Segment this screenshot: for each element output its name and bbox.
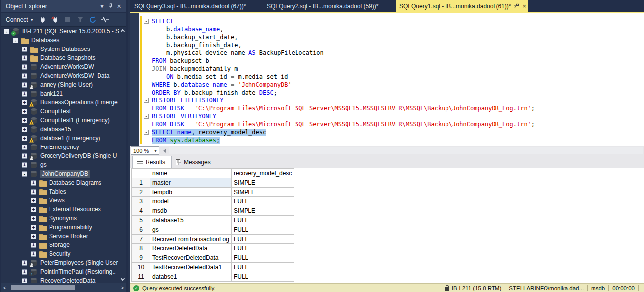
- tab-results[interactable]: Results: [132, 156, 172, 168]
- sql-editor[interactable]: -SELECT b.database_name, b.backup_start_…: [130, 13, 644, 146]
- expander-icon[interactable]: +: [22, 100, 27, 105]
- expander-icon[interactable]: +: [22, 73, 27, 79]
- expander-icon[interactable]: +: [22, 136, 27, 141]
- expander-icon[interactable]: -: [4, 29, 9, 34]
- expander-icon[interactable]: +: [31, 216, 36, 221]
- code-line[interactable]: -RESTORE FILELISTONLY: [130, 97, 644, 104]
- tab-messages[interactable]: Messages: [172, 156, 217, 168]
- cell-name[interactable]: RecoverFromTransactionLog: [150, 235, 232, 244]
- tree-item-adventureworksdw[interactable]: +AdventureWorksDW: [1, 62, 119, 71]
- tree-item-peteremployees-single-user[interactable]: +PeterEmployees (Single User: [1, 258, 119, 267]
- cell-name[interactable]: RecoverDeletedData: [150, 244, 232, 253]
- row-number-cell[interactable]: 5: [132, 216, 150, 225]
- cell-recovery-model[interactable]: FULL: [231, 253, 294, 263]
- cell-recovery-model[interactable]: SIMPLE: [231, 178, 294, 188]
- code-line[interactable]: b.backup_start_date,: [130, 33, 644, 41]
- expander-icon[interactable]: +: [31, 243, 36, 248]
- code-line[interactable]: ORDER BY b.backup_finish_date DESC;: [130, 89, 644, 97]
- tree-item-recoverdeleteddata[interactable]: +RecoverDeletedData: [1, 276, 119, 283]
- tree-item-corrupttest1-emergency[interactable]: +!CorruptTest1 (Emergency): [1, 116, 119, 125]
- auto-hide-pin-icon[interactable]: [106, 2, 115, 10]
- expander-icon[interactable]: +: [31, 225, 36, 230]
- disconnect-plug-icon[interactable]: [51, 15, 60, 24]
- cell-recovery-model[interactable]: FULL: [231, 197, 294, 206]
- corner-header-cell[interactable]: [132, 169, 150, 178]
- cell-name[interactable]: TestRecoverDeletedData1: [150, 263, 232, 272]
- tree-horizontal-scrollbar[interactable]: < >: [1, 283, 126, 292]
- collapse-icon[interactable]: -: [144, 19, 149, 24]
- tree-item-views[interactable]: +Views: [1, 196, 119, 205]
- expander-icon[interactable]: +: [22, 64, 27, 70]
- code-line[interactable]: b.backup_finish_date,: [130, 41, 644, 49]
- row-number-cell[interactable]: 2: [132, 188, 150, 197]
- code-line[interactable]: FROM DISK = 'C:\Program Files\Microsoft …: [130, 120, 644, 128]
- document-tab[interactable]: SQLQuery1.sql - IB...monika.dadool (61))…: [396, 0, 528, 12]
- expander-icon[interactable]: +: [22, 260, 27, 266]
- row-number-cell[interactable]: 3: [132, 197, 150, 206]
- tree-item-anney-single-user[interactable]: +anney (Single User): [1, 80, 119, 89]
- expander-icon[interactable]: +: [31, 207, 36, 212]
- code-line[interactable]: ON b.media_set_id = m.media_set_id: [130, 73, 644, 81]
- cell-recovery-model[interactable]: SIMPLE: [231, 188, 294, 197]
- expander-icon[interactable]: +: [22, 55, 27, 61]
- code-line[interactable]: -SELECT name, recovery_model_desc: [130, 128, 644, 136]
- zoom-level-select[interactable]: 100 % ▾: [131, 146, 159, 155]
- tree-item-service-broker[interactable]: +Service Broker: [1, 232, 119, 241]
- cell-name[interactable]: tempdb: [150, 188, 232, 197]
- row-number-cell[interactable]: 9: [132, 253, 150, 263]
- row-number-cell[interactable]: 8: [132, 244, 150, 253]
- document-tab[interactable]: SQLQuery2.sql - IB...monika.dadool (59))…: [263, 0, 396, 12]
- pin-icon[interactable]: [514, 3, 519, 9]
- editor-scroll-left-icon[interactable]: [163, 149, 166, 153]
- code-line[interactable]: m.physical_device_name AS BackupFileLoca…: [130, 49, 644, 57]
- tree-item-ib-l211-sql-server-15-0-2000-5-sti[interactable]: -✓IB-L211 (SQL Server 15.0.2000.5 - STI: [1, 27, 119, 36]
- collapse-icon[interactable]: -: [144, 98, 149, 103]
- cell-recovery-model[interactable]: SIMPLE: [231, 206, 294, 216]
- tree-item-database-diagrams[interactable]: +Database Diagrams: [1, 178, 119, 187]
- tree-item-businessoperations-emerge[interactable]: +!BusinessOperations (Emerge: [1, 98, 119, 107]
- tree-item-storage[interactable]: +Storage: [1, 241, 119, 249]
- code-line[interactable]: -RESTORE VERIFYONLY: [130, 112, 644, 120]
- tree-item-databases[interactable]: -Databases: [1, 36, 119, 45]
- tree-item-adventureworksdw-data[interactable]: +AdventureWorksDW_Data: [1, 71, 119, 80]
- row-number-cell[interactable]: 10: [132, 263, 150, 272]
- row-number-cell[interactable]: 1: [132, 178, 150, 188]
- tree-item-external-resources[interactable]: +External Resources: [1, 205, 119, 214]
- code-line[interactable]: WHERE b.database_name = 'JohnCompanyDB': [130, 81, 644, 89]
- editor-horizontal-scrollbar[interactable]: [169, 147, 643, 154]
- expander-icon[interactable]: +: [22, 109, 27, 114]
- collapse-icon[interactable]: -: [144, 130, 149, 135]
- cell-recovery-model[interactable]: FULL: [231, 235, 294, 244]
- scroll-right-icon[interactable]: >: [118, 285, 126, 291]
- code-line[interactable]: FROM DISK = 'C:\Program Files\Microsoft …: [130, 104, 644, 112]
- tree-vertical-scrollbar[interactable]: [119, 27, 126, 283]
- cell-name[interactable]: model: [150, 197, 232, 206]
- collapse-icon[interactable]: -: [144, 114, 149, 119]
- code-line[interactable]: -SELECT: [130, 17, 644, 25]
- expander-icon[interactable]: +: [22, 118, 27, 123]
- scrollbar-thumb[interactable]: [11, 285, 75, 290]
- cell-name[interactable]: databse1: [150, 272, 232, 282]
- window-position-icon[interactable]: ▾: [98, 2, 106, 10]
- connect-plug-icon[interactable]: [39, 15, 48, 24]
- expander-icon[interactable]: +: [22, 162, 27, 168]
- tree-item-foremergency[interactable]: +ForEmergency: [1, 143, 119, 151]
- tree-item-security[interactable]: +Security: [1, 249, 119, 258]
- row-number-cell[interactable]: 7: [132, 235, 150, 244]
- tree-item-synonyms[interactable]: +Synonyms: [1, 214, 119, 223]
- tree-item-johncompanydb[interactable]: -JohnCompanyDB: [1, 169, 119, 178]
- code-lines[interactable]: -SELECT b.database_name, b.backup_start_…: [130, 17, 644, 144]
- expander-icon[interactable]: +: [22, 278, 27, 284]
- code-line[interactable]: FROM backupset b: [130, 57, 644, 65]
- connect-button[interactable]: Connect ▾: [4, 15, 35, 24]
- expander-icon[interactable]: +: [22, 47, 27, 52]
- expander-icon[interactable]: +: [31, 234, 36, 239]
- tree-item-gs[interactable]: +gs: [1, 160, 119, 169]
- tree-item-corrupttest[interactable]: +CorruptTest: [1, 107, 119, 116]
- tree-item-bank121[interactable]: +bank121: [1, 89, 119, 98]
- caret-down-icon[interactable]: ▾: [152, 147, 159, 154]
- expander-icon[interactable]: +: [22, 127, 27, 132]
- refresh-icon[interactable]: [88, 15, 97, 24]
- activity-monitor-icon[interactable]: [100, 15, 109, 24]
- cell-name[interactable]: gs: [150, 225, 232, 235]
